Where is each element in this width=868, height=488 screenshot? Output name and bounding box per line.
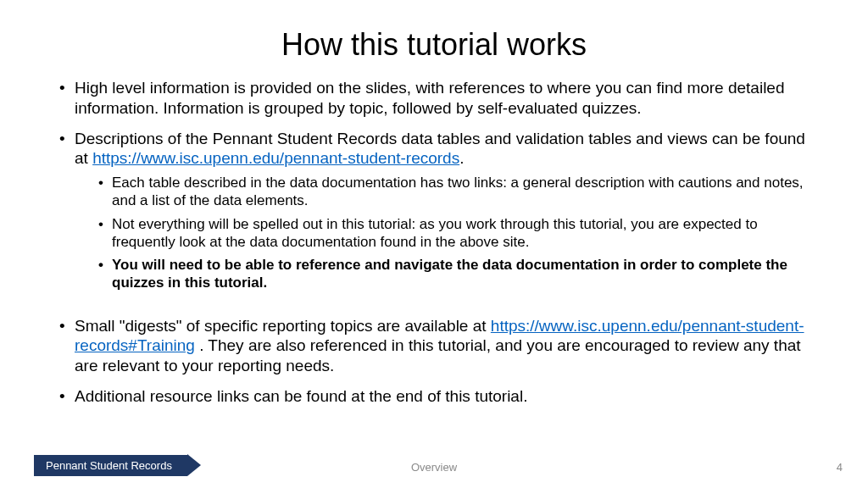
bullet-item: Small "digests" of specific reporting to… xyxy=(59,316,821,376)
sub-bullet-item: Each table described in the data documen… xyxy=(98,174,821,210)
sub-bullet-item-bold: You will need to be able to reference an… xyxy=(98,256,821,292)
page-number: 4 xyxy=(837,461,843,474)
bullet-text: Small "digests" of specific reporting to… xyxy=(75,317,491,335)
bullet-item: Descriptions of the Pennant Student Reco… xyxy=(59,129,821,292)
slide-title: How this tutorial works xyxy=(0,0,868,78)
footer-section-label: Overview xyxy=(411,461,457,474)
bullet-item: Additional resource links can be found a… xyxy=(59,386,821,407)
breadcrumb-label: Pennant Student Records xyxy=(34,455,187,476)
sub-bullet-list: Each table described in the data documen… xyxy=(98,174,821,292)
breadcrumb: Pennant Student Records xyxy=(34,454,201,476)
slide-content: High level information is provided on th… xyxy=(0,78,868,407)
bullet-text: . xyxy=(459,149,464,167)
bullet-item: High level information is provided on th… xyxy=(59,78,821,119)
sub-bullet-item: Not everything will be spelled out in th… xyxy=(98,215,821,252)
doc-link[interactable]: https://www.isc.upenn.edu/pennant-studen… xyxy=(92,149,459,167)
slide-footer: Pennant Student Records Overview 4 xyxy=(0,454,868,476)
bullet-list: High level information is provided on th… xyxy=(59,78,821,407)
chevron-right-icon xyxy=(187,454,201,476)
